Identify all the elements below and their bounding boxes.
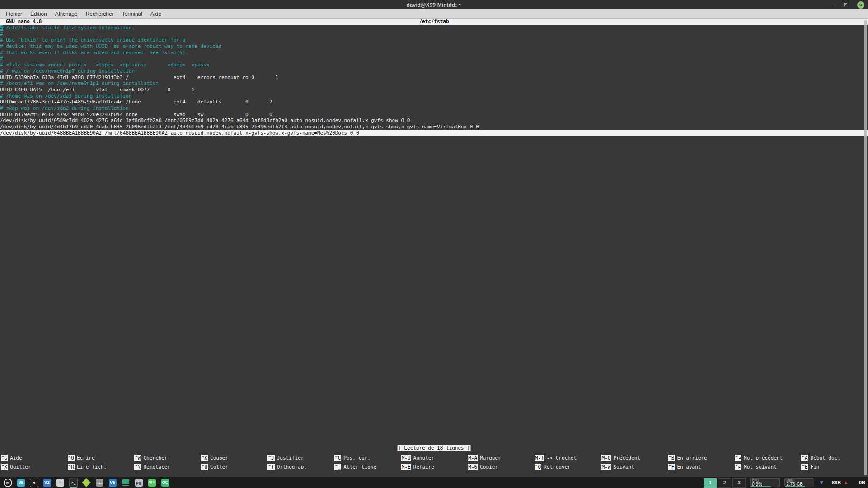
window-title: david@X99-Mintdd: ~ bbox=[406, 2, 461, 8]
window-titlebar[interactable]: david@X99-Mintdd: ~ − × bbox=[0, 0, 868, 9]
shortcut-label: Refaire bbox=[413, 464, 434, 470]
nano-shortcut: ^UColler bbox=[201, 463, 268, 472]
nano-shortcut: ^JJustifier bbox=[267, 454, 334, 463]
nano-statusbar: [ Lecture de 18 lignes ] bbox=[0, 445, 868, 451]
workspace-button-1[interactable]: 1 bbox=[704, 478, 717, 488]
shortcut-label: En arrière bbox=[677, 455, 707, 461]
pgadmin-elephant-icon-glyph: pg bbox=[135, 479, 143, 487]
shortcut-label: Marquer bbox=[480, 455, 501, 461]
nano-shortcut: M-UAnnuler bbox=[401, 454, 468, 463]
nano-titlebar: GNU nano 4.8 /etc/fstab bbox=[0, 19, 868, 25]
shortcut-key: M-6 bbox=[468, 464, 478, 470]
shortcut-label: Coller bbox=[210, 464, 228, 470]
shortcut-key: ^O bbox=[68, 455, 75, 461]
minimize-button[interactable]: − bbox=[831, 0, 835, 9]
close-button[interactable]: × bbox=[857, 1, 864, 9]
shortcut-key: M-Q bbox=[601, 455, 611, 461]
vscode-icon[interactable]: VS bbox=[108, 478, 117, 487]
fstab-line: # / was on /dev/nvme0n1p7 during install… bbox=[0, 68, 868, 75]
frame-app-icon[interactable]: × bbox=[29, 478, 38, 487]
shortcut-label: Orthograp. bbox=[277, 464, 307, 470]
network-monitor-applet[interactable]: ▼ 86B ▲ 0B bbox=[819, 479, 865, 486]
shortcut-label: Précédent bbox=[613, 455, 640, 461]
terminal-icon[interactable]: >_ bbox=[69, 478, 78, 487]
shortcut-key: ^R bbox=[68, 464, 75, 470]
nano-shortcut: ^XQuitter bbox=[1, 463, 68, 472]
fstab-line: # Use 'blkid' to print the universally u… bbox=[0, 37, 868, 43]
nano-shortcut: ^TOrthograp. bbox=[267, 463, 334, 472]
shortcut-key: ^C bbox=[334, 455, 341, 461]
shortcut-key: M-] bbox=[535, 455, 544, 461]
nano-shortcut: ^WChercher bbox=[134, 454, 201, 463]
nano-shortcut-row-top: ^GAide^OÉcrire^WChercher^KCouper^JJustif… bbox=[0, 454, 868, 463]
fstab-line: # device; this may be used with UUID= as… bbox=[0, 43, 868, 50]
taskbar-launchers: lmW×V2⚡>_nqqVSpgQt✎QC bbox=[0, 477, 169, 488]
fstab-line: # bbox=[0, 31, 868, 38]
cpu-monitor-applet[interactable]: CPU 0.3% bbox=[750, 478, 780, 487]
menu-item-affichage[interactable]: Affichage bbox=[51, 9, 82, 19]
qt-creator-icon-glyph: Qt✎ bbox=[148, 479, 156, 487]
nano-shortcut: ^GAide bbox=[1, 454, 68, 463]
qt-creator-icon[interactable]: Qt✎ bbox=[147, 478, 156, 487]
fstab-line: # /home was on /dev/sda3 during installa… bbox=[0, 93, 868, 99]
v2-app-icon-glyph: V2 bbox=[43, 479, 51, 487]
nano-shortcut: M-ERefaire bbox=[401, 463, 468, 472]
taskbar: lmW×V2⚡>_nqqVSpgQt✎QC 123 CPU 0.3% MEM 2… bbox=[0, 477, 868, 488]
nano-filename: /etc/fstab bbox=[419, 19, 449, 25]
fstab-line: # that works even if disks are added and… bbox=[0, 50, 868, 56]
shortcut-key: M-E bbox=[401, 464, 411, 470]
menu-item-edition[interactable]: Édition bbox=[26, 9, 51, 19]
warpinator-icon-glyph: W bbox=[17, 479, 25, 487]
shortcut-key: ^▸ bbox=[735, 464, 741, 470]
qc-app-icon[interactable]: QC bbox=[160, 478, 169, 487]
nano-shortcut: ^QRetrouver bbox=[535, 463, 601, 472]
menu-item-aide[interactable]: Aide bbox=[146, 9, 165, 19]
nano-shortcut: ^ADébut doc. bbox=[801, 454, 868, 463]
shortcut-label: Écrire bbox=[77, 455, 95, 461]
shortcut-key: ^_ bbox=[334, 464, 341, 470]
virtualbox-icon[interactable] bbox=[82, 478, 91, 487]
text-cursor: # bbox=[0, 25, 3, 31]
menu-item-fichier[interactable]: Fichier bbox=[2, 9, 26, 19]
workspace-button-3[interactable]: 3 bbox=[732, 478, 746, 488]
layers-app-icon[interactable] bbox=[121, 478, 130, 487]
system-tray: 123 CPU 0.3% MEM 2.76 GB ▼ 86B ▲ 0B bbox=[704, 477, 868, 488]
shortcut-label: En avant bbox=[677, 464, 701, 470]
remote-desktop-icon[interactable]: ⚡ bbox=[56, 478, 65, 487]
pgadmin-elephant-icon[interactable]: pg bbox=[134, 478, 143, 487]
window-controls: − × bbox=[831, 0, 864, 9]
shortcut-label: Retrouver bbox=[544, 464, 571, 470]
notepadqq-icon[interactable]: nqq bbox=[95, 478, 104, 487]
shortcut-label: Annuler bbox=[413, 455, 434, 461]
shortcut-label: Suivant bbox=[613, 464, 634, 470]
shortcut-key: ^E bbox=[801, 464, 808, 470]
maximize-button[interactable] bbox=[844, 3, 848, 7]
terminal-window[interactable]: GNU nano 4.8 /etc/fstab # /etc/fstab: st… bbox=[0, 19, 868, 477]
mint-menu-icon[interactable]: lm bbox=[3, 478, 12, 487]
nano-version: GNU nano 4.8 bbox=[6, 19, 42, 25]
shortcut-label: Lire fich. bbox=[77, 464, 107, 470]
shortcut-key: ^\ bbox=[134, 464, 141, 470]
menu-item-terminal[interactable]: Terminal bbox=[118, 9, 146, 19]
menu-item-rechercher[interactable]: Rechercher bbox=[82, 9, 118, 19]
upload-value: 0B bbox=[851, 480, 865, 485]
v2-app-icon[interactable]: V2 bbox=[42, 478, 52, 487]
vscode-icon-glyph: VS bbox=[109, 479, 117, 487]
mint-menu-icon-glyph: lm bbox=[4, 479, 12, 487]
shortcut-label: Aide bbox=[10, 455, 22, 461]
nano-shortcut: M-6Copier bbox=[468, 463, 535, 472]
workspace-button-2[interactable]: 2 bbox=[718, 478, 731, 488]
nano-shortcut: ^BEn arrière bbox=[668, 454, 735, 463]
memory-monitor-applet[interactable]: MEM 2.76 GB bbox=[784, 478, 814, 487]
terminal-content[interactable]: # /etc/fstab: static file system informa… bbox=[0, 25, 868, 136]
shortcut-label: Mot suivant bbox=[744, 464, 777, 470]
shortcut-label: Justifier bbox=[277, 455, 304, 461]
shortcut-key: ^X bbox=[1, 464, 8, 470]
terminal-scrollbar[interactable] bbox=[864, 20, 867, 475]
shortcut-label: Couper bbox=[210, 455, 228, 461]
nano-footer: [ Lecture de 18 lignes ] ^GAide^OÉcrire^… bbox=[0, 445, 868, 472]
fstab-line: UUID=5339bb7a-613a-47d1-a708-87742191f3b… bbox=[0, 75, 868, 81]
shortcut-key: ^U bbox=[201, 464, 208, 470]
shortcut-key: ^◂ bbox=[735, 455, 741, 461]
warpinator-icon[interactable]: W bbox=[16, 478, 25, 487]
